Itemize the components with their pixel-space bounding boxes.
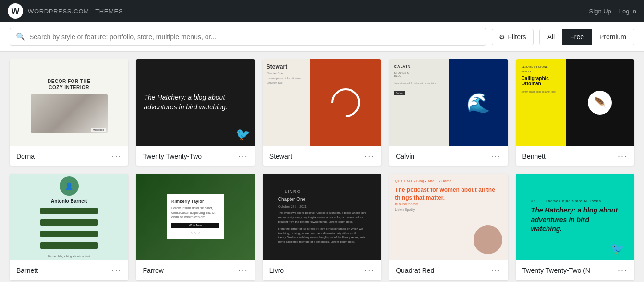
- theme-preview-barnett: 👤 Antonio Barnett Barnett blog • blog ab…: [10, 174, 128, 260]
- theme-footer-bennett: Bennett ···: [516, 146, 634, 166]
- theme-footer-stewart: Stewart ···: [263, 146, 381, 166]
- search-icon: 🔍: [16, 32, 25, 41]
- site-brand: WordPress.com THEMES: [28, 8, 123, 15]
- theme-name-calvin: Calvin: [396, 153, 414, 160]
- theme-name-tt2: Twenty Twenty-Two: [143, 153, 202, 160]
- theme-menu-calvin[interactable]: ···: [491, 151, 501, 161]
- gear-icon: ⚙: [499, 33, 505, 41]
- theme-card-barnett[interactable]: 👤 Antonio Barnett Barnett blog • blog ab…: [10, 174, 128, 280]
- theme-menu-farrow[interactable]: ···: [238, 265, 248, 275]
- theme-menu-stewart[interactable]: ···: [365, 151, 375, 161]
- theme-menu-barnett[interactable]: ···: [111, 265, 122, 275]
- theme-preview-stewart: Stewart Chapter One Lorem ipsum dolor si…: [263, 59, 381, 146]
- brand-name: WordPress.com: [28, 8, 89, 15]
- theme-card-stewart[interactable]: Stewart Chapter One Lorem ipsum dolor si…: [263, 59, 381, 166]
- theme-preview-farrow: Kimberly Taylor Lorem ipsum dolor sit am…: [136, 174, 255, 260]
- theme-card-dorna[interactable]: — — DECOR FOR THECOZY INTERIOR Mocafico …: [10, 59, 128, 166]
- nav-right: Sign Up Log In: [589, 8, 636, 15]
- tab-free[interactable]: Free: [562, 29, 592, 45]
- nav-left: W WordPress.com THEMES: [8, 3, 123, 19]
- theme-footer-livro: Livro ···: [263, 260, 381, 280]
- theme-card-bennett[interactable]: ELIZABETH STONE NAPLES Calligraphic Otto…: [516, 59, 634, 166]
- filters-button[interactable]: ⚙ Filters: [492, 29, 534, 45]
- theme-card-livro[interactable]: — LIVRO Chapter One October 27th, 2021 T…: [263, 174, 381, 280]
- section-label: THEMES: [95, 8, 123, 15]
- top-navigation: W WordPress.com THEMES Sign Up Log In: [0, 0, 644, 22]
- filter-label: Filters: [508, 33, 526, 41]
- theme-footer-farrow: Farrow ···: [136, 260, 255, 280]
- log-in-link[interactable]: Log In: [619, 8, 636, 15]
- theme-card-tt2b[interactable]: ○○Themes Blog Store All Posts The Hatche…: [516, 174, 634, 280]
- theme-footer-tt2b: Twenty Twenty-Two (N ···: [516, 260, 634, 280]
- theme-footer-quadrat: Quadrat Red ···: [389, 260, 508, 280]
- theme-name-barnett: Barnett: [16, 267, 38, 274]
- theme-card-quadrat-red[interactable]: QUADRAT • Blog • About • Home The podcas…: [389, 174, 508, 280]
- theme-name-bennett: Bennett: [522, 153, 546, 160]
- theme-menu-livro[interactable]: ···: [365, 265, 375, 275]
- theme-preview-livro: — LIVRO Chapter One October 27th, 2021 T…: [263, 174, 381, 260]
- theme-card-farrow[interactable]: Kimberly Taylor Lorem ipsum dolor sit am…: [136, 174, 255, 280]
- theme-card-twenty-twenty-two[interactable]: The Hatchery: a blog about adventures in…: [136, 59, 255, 166]
- theme-name-livro: Livro: [269, 267, 284, 274]
- theme-menu-bennett[interactable]: ···: [618, 151, 628, 161]
- theme-preview-tt2: The Hatchery: a blog about adventures in…: [136, 59, 255, 146]
- theme-preview-tt2b: ○○Themes Blog Store All Posts The Hatche…: [516, 174, 634, 260]
- themes-grid: — — DECOR FOR THECOZY INTERIOR Mocafico …: [0, 52, 644, 282]
- theme-name-quadrat: Quadrat Red: [396, 267, 434, 274]
- theme-menu-tt2[interactable]: ···: [238, 151, 248, 161]
- search-bar: 🔍 ⚙ Filters All Free Premium: [0, 22, 644, 52]
- theme-footer-calvin: Calvin ···: [389, 146, 508, 166]
- theme-preview-dorna: — — DECOR FOR THECOZY INTERIOR Mocafico: [10, 59, 128, 146]
- theme-footer-tt2: Twenty Twenty-Two ···: [136, 146, 255, 166]
- sign-up-link[interactable]: Sign Up: [589, 8, 611, 15]
- wordpress-logo: W: [8, 3, 23, 19]
- theme-preview-bennett: ELIZABETH STONE NAPLES Calligraphic Otto…: [516, 59, 634, 146]
- theme-preview-quadrat: QUADRAT • Blog • About • Home The podcas…: [389, 174, 508, 260]
- theme-menu-dorna[interactable]: ···: [111, 151, 122, 161]
- theme-menu-quadrat[interactable]: ···: [491, 265, 501, 275]
- theme-footer-dorna: Dorna ···: [10, 146, 128, 166]
- filter-tabs: All Free Premium: [539, 29, 634, 45]
- search-input-wrap[interactable]: 🔍: [10, 28, 486, 46]
- theme-name-stewart: Stewart: [269, 153, 292, 160]
- theme-name-dorna: Dorna: [16, 153, 35, 160]
- tab-premium[interactable]: Premium: [592, 29, 634, 45]
- search-input[interactable]: [29, 33, 480, 41]
- theme-card-calvin[interactable]: CALVIN STUDIES OFBLUE Lorem ipsum dolor …: [389, 59, 508, 166]
- theme-footer-barnett: Barnett ···: [10, 260, 128, 280]
- theme-name-farrow: Farrow: [143, 267, 164, 274]
- logo-text: W: [12, 6, 20, 16]
- theme-menu-tt2b[interactable]: ···: [618, 265, 628, 275]
- tab-all[interactable]: All: [540, 29, 563, 45]
- theme-preview-calvin: CALVIN STUDIES OFBLUE Lorem ipsum dolor …: [389, 59, 508, 146]
- theme-name-tt2b: Twenty Twenty-Two (N: [522, 267, 590, 274]
